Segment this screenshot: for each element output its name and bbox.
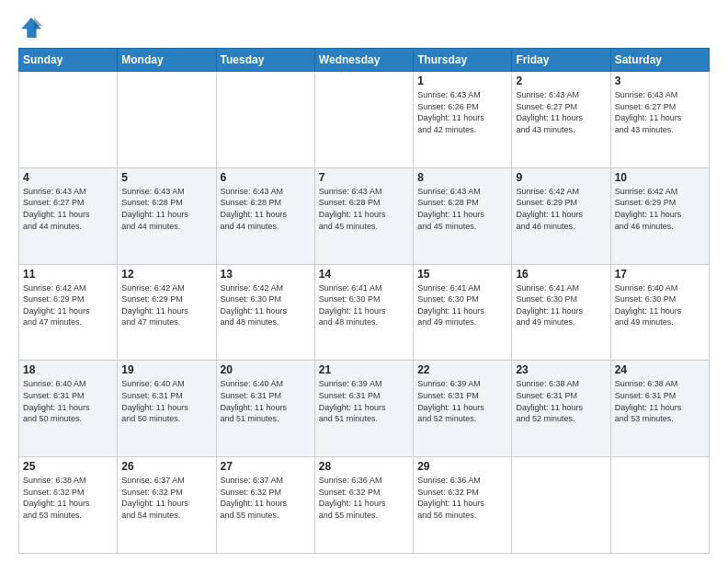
calendar-cell (118, 72, 216, 168)
svg-marker-0 (21, 17, 41, 38)
calendar-cell: 15Sunrise: 6:41 AM Sunset: 6:30 PM Dayli… (414, 264, 512, 361)
day-number: 7 (319, 171, 409, 184)
calendar-day-header: Wednesday (314, 49, 413, 72)
calendar-week-row: 25Sunrise: 6:38 AM Sunset: 6:32 PM Dayli… (19, 457, 710, 554)
calendar-cell: 14Sunrise: 6:41 AM Sunset: 6:30 PM Dayli… (314, 264, 413, 361)
day-number: 25 (23, 460, 113, 473)
calendar-cell: 19Sunrise: 6:40 AM Sunset: 6:31 PM Dayli… (118, 361, 216, 457)
day-number: 11 (23, 268, 113, 281)
calendar-cell: 28Sunrise: 6:36 AM Sunset: 6:32 PM Dayli… (314, 457, 413, 554)
day-info: Sunrise: 6:42 AM Sunset: 6:29 PM Dayligh… (615, 186, 705, 232)
day-info: Sunrise: 6:41 AM Sunset: 6:30 PM Dayligh… (319, 282, 409, 328)
calendar-cell: 17Sunrise: 6:40 AM Sunset: 6:30 PM Dayli… (610, 264, 709, 361)
calendar-cell: 18Sunrise: 6:40 AM Sunset: 6:31 PM Dayli… (19, 361, 118, 457)
calendar-cell: 13Sunrise: 6:42 AM Sunset: 6:30 PM Dayli… (216, 264, 314, 361)
day-number: 17 (615, 268, 705, 281)
calendar-day-header: Monday (118, 49, 216, 72)
calendar-cell: 29Sunrise: 6:36 AM Sunset: 6:32 PM Dayli… (414, 457, 512, 554)
day-info: Sunrise: 6:43 AM Sunset: 6:28 PM Dayligh… (121, 186, 211, 232)
day-number: 20 (221, 363, 311, 376)
day-number: 21 (319, 363, 409, 376)
day-info: Sunrise: 6:43 AM Sunset: 6:27 PM Dayligh… (23, 186, 113, 232)
day-number: 5 (121, 171, 211, 184)
calendar-cell (19, 72, 118, 168)
calendar-cell: 25Sunrise: 6:38 AM Sunset: 6:32 PM Dayli… (19, 457, 118, 554)
calendar-cell: 8Sunrise: 6:43 AM Sunset: 6:28 PM Daylig… (414, 167, 512, 264)
logo-icon (18, 15, 44, 40)
day-info: Sunrise: 6:37 AM Sunset: 6:32 PM Dayligh… (121, 475, 211, 521)
day-number: 23 (516, 363, 606, 376)
day-number: 2 (516, 75, 606, 87)
day-info: Sunrise: 6:43 AM Sunset: 6:28 PM Dayligh… (319, 186, 409, 232)
calendar-day-header: Sunday (19, 49, 118, 72)
day-info: Sunrise: 6:40 AM Sunset: 6:31 PM Dayligh… (121, 378, 211, 424)
calendar-day-header: Tuesday (216, 49, 314, 72)
calendar-week-row: 1Sunrise: 6:43 AM Sunset: 6:26 PM Daylig… (19, 72, 710, 168)
page: SundayMondayTuesdayWednesdayThursdayFrid… (0, 0, 728, 563)
day-info: Sunrise: 6:42 AM Sunset: 6:29 PM Dayligh… (121, 282, 211, 328)
calendar-cell: 16Sunrise: 6:41 AM Sunset: 6:30 PM Dayli… (512, 264, 610, 361)
calendar-cell: 12Sunrise: 6:42 AM Sunset: 6:29 PM Dayli… (118, 264, 216, 361)
day-number: 29 (417, 460, 507, 473)
calendar: SundayMondayTuesdayWednesdayThursdayFrid… (18, 48, 710, 554)
day-info: Sunrise: 6:43 AM Sunset: 6:27 PM Dayligh… (615, 89, 705, 135)
calendar-cell: 9Sunrise: 6:42 AM Sunset: 6:29 PM Daylig… (512, 167, 610, 264)
day-number: 24 (615, 363, 705, 376)
header (18, 15, 710, 40)
logo (18, 15, 48, 40)
day-info: Sunrise: 6:40 AM Sunset: 6:30 PM Dayligh… (615, 282, 705, 328)
day-number: 15 (417, 268, 507, 281)
day-info: Sunrise: 6:37 AM Sunset: 6:32 PM Dayligh… (221, 475, 311, 521)
day-info: Sunrise: 6:41 AM Sunset: 6:30 PM Dayligh… (417, 282, 507, 328)
day-info: Sunrise: 6:42 AM Sunset: 6:29 PM Dayligh… (516, 186, 606, 232)
calendar-week-row: 18Sunrise: 6:40 AM Sunset: 6:31 PM Dayli… (19, 361, 710, 457)
calendar-cell: 20Sunrise: 6:40 AM Sunset: 6:31 PM Dayli… (216, 361, 314, 457)
day-number: 12 (121, 268, 211, 281)
calendar-cell (512, 457, 610, 554)
day-number: 9 (516, 171, 606, 184)
day-info: Sunrise: 6:40 AM Sunset: 6:31 PM Dayligh… (23, 378, 113, 424)
day-number: 13 (221, 268, 311, 281)
day-info: Sunrise: 6:39 AM Sunset: 6:31 PM Dayligh… (319, 378, 409, 424)
day-number: 19 (121, 363, 211, 376)
day-info: Sunrise: 6:43 AM Sunset: 6:26 PM Dayligh… (417, 89, 507, 135)
calendar-cell: 24Sunrise: 6:38 AM Sunset: 6:31 PM Dayli… (610, 361, 709, 457)
day-number: 3 (615, 75, 705, 87)
calendar-cell: 22Sunrise: 6:39 AM Sunset: 6:31 PM Dayli… (414, 361, 512, 457)
day-info: Sunrise: 6:43 AM Sunset: 6:28 PM Dayligh… (221, 186, 311, 232)
calendar-cell: 27Sunrise: 6:37 AM Sunset: 6:32 PM Dayli… (216, 457, 314, 554)
day-number: 8 (417, 171, 507, 184)
calendar-cell: 7Sunrise: 6:43 AM Sunset: 6:28 PM Daylig… (314, 167, 413, 264)
calendar-cell: 3Sunrise: 6:43 AM Sunset: 6:27 PM Daylig… (610, 72, 709, 168)
day-info: Sunrise: 6:42 AM Sunset: 6:30 PM Dayligh… (221, 282, 311, 328)
day-info: Sunrise: 6:39 AM Sunset: 6:31 PM Dayligh… (417, 378, 507, 424)
day-number: 14 (319, 268, 409, 281)
day-info: Sunrise: 6:41 AM Sunset: 6:30 PM Dayligh… (516, 282, 606, 328)
day-number: 1 (417, 75, 507, 87)
day-number: 4 (23, 171, 113, 184)
day-info: Sunrise: 6:36 AM Sunset: 6:32 PM Dayligh… (319, 475, 409, 521)
day-info: Sunrise: 6:38 AM Sunset: 6:32 PM Dayligh… (23, 475, 113, 521)
calendar-cell: 23Sunrise: 6:38 AM Sunset: 6:31 PM Dayli… (512, 361, 610, 457)
calendar-cell: 6Sunrise: 6:43 AM Sunset: 6:28 PM Daylig… (216, 167, 314, 264)
day-info: Sunrise: 6:36 AM Sunset: 6:32 PM Dayligh… (417, 475, 507, 521)
day-number: 28 (319, 460, 409, 473)
calendar-cell (610, 457, 709, 554)
day-number: 22 (417, 363, 507, 376)
calendar-cell: 21Sunrise: 6:39 AM Sunset: 6:31 PM Dayli… (314, 361, 413, 457)
calendar-day-header: Thursday (414, 49, 512, 72)
day-info: Sunrise: 6:38 AM Sunset: 6:31 PM Dayligh… (615, 378, 705, 424)
day-number: 6 (221, 171, 311, 184)
calendar-header-row: SundayMondayTuesdayWednesdayThursdayFrid… (19, 49, 710, 72)
calendar-cell: 26Sunrise: 6:37 AM Sunset: 6:32 PM Dayli… (118, 457, 216, 554)
calendar-cell: 4Sunrise: 6:43 AM Sunset: 6:27 PM Daylig… (19, 167, 118, 264)
day-number: 26 (121, 460, 211, 473)
calendar-cell: 1Sunrise: 6:43 AM Sunset: 6:26 PM Daylig… (414, 72, 512, 168)
calendar-day-header: Friday (512, 49, 610, 72)
day-info: Sunrise: 6:40 AM Sunset: 6:31 PM Dayligh… (221, 378, 311, 424)
calendar-cell: 5Sunrise: 6:43 AM Sunset: 6:28 PM Daylig… (118, 167, 216, 264)
calendar-cell: 2Sunrise: 6:43 AM Sunset: 6:27 PM Daylig… (512, 72, 610, 168)
day-info: Sunrise: 6:38 AM Sunset: 6:31 PM Dayligh… (516, 378, 606, 424)
calendar-week-row: 4Sunrise: 6:43 AM Sunset: 6:27 PM Daylig… (19, 167, 710, 264)
calendar-week-row: 11Sunrise: 6:42 AM Sunset: 6:29 PM Dayli… (19, 264, 710, 361)
